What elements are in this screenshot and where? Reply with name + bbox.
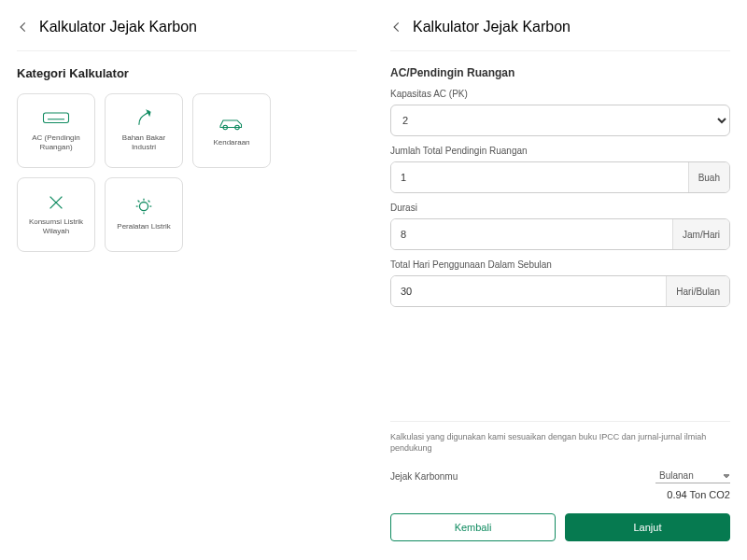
field-qty: Jumlah Total Pendingin Ruangan Buah — [390, 146, 730, 193]
lightbulb-icon — [130, 198, 158, 217]
header: Kalkulator Jejak Karbon — [390, 19, 730, 35]
calculation-note: Kalkulasi yang digunakan kami sesuaikan … — [390, 421, 730, 455]
card-electricity[interactable]: Konsumsi Listrik Wilayah — [17, 177, 95, 252]
card-appliance[interactable]: Peralatan Listrik — [105, 177, 183, 252]
card-vehicle[interactable]: Kendaraan — [192, 93, 271, 168]
field-duration: Durasi Jam/Hari — [390, 203, 730, 250]
svg-rect-0 — [44, 113, 69, 123]
page-title: Kalkulator Jejak Karbon — [39, 19, 197, 35]
unit-label: Buah — [688, 162, 729, 192]
field-label: Durasi — [390, 203, 730, 213]
button-row: Kembali Lanjut — [390, 513, 730, 541]
back-arrow-icon[interactable] — [17, 21, 30, 34]
category-panel: Kalkulator Jejak Karbon Kategori Kalkula… — [0, 0, 374, 560]
card-label: Kendaraan — [213, 138, 249, 147]
field-label: Total Hari Penggunaan Dalam Sebulan — [390, 259, 730, 270]
form-subtitle: AC/Pendingin Ruangan — [390, 66, 730, 79]
bottom-section: Kalkulasi yang digunakan kami sesuaikan … — [390, 412, 730, 541]
divider — [390, 50, 730, 51]
back-arrow-icon[interactable] — [390, 21, 403, 34]
car-icon — [218, 114, 246, 133]
field-label: Jumlah Total Pendingin Ruangan — [390, 146, 730, 156]
capacity-select[interactable]: 2 — [390, 105, 730, 136]
card-ac[interactable]: AC (Pendingin Ruangan) — [17, 93, 95, 168]
form-panel: Kalkulator Jejak Karbon AC/Pendingin Rua… — [374, 0, 747, 560]
card-fuel[interactable]: Bahan Bakar Industri — [105, 93, 183, 168]
result-row: Jejak Karbonmu Bulanan 0.94 Ton CO2 — [390, 466, 730, 500]
section-title: Kategori Kalkulator — [17, 66, 357, 80]
card-label: Bahan Bakar Industri — [111, 133, 176, 151]
field-capacity: Kapasitas AC (PK) 2 — [390, 89, 730, 136]
header: Kalkulator Jejak Karbon — [17, 19, 357, 35]
back-button[interactable]: Kembali — [390, 513, 556, 541]
page-title: Kalkulator Jejak Karbon — [413, 19, 571, 35]
category-grid: AC (Pendingin Ruangan) Bahan Bakar Indus… — [17, 93, 357, 252]
svg-point-6 — [139, 203, 148, 211]
field-label: Kapasitas AC (PK) — [390, 89, 730, 99]
unit-label: Hari/Bulan — [666, 276, 729, 306]
card-label: AC (Pendingin Ruangan) — [23, 133, 89, 151]
next-button[interactable]: Lanjut — [565, 513, 730, 541]
result-label: Jejak Karbonmu — [390, 466, 458, 482]
result-value: 0.94 Ton CO2 — [655, 489, 730, 500]
card-label: Konsumsi Listrik Wilayah — [23, 217, 89, 235]
fuel-pump-icon — [130, 109, 158, 128]
field-days: Total Hari Penggunaan Dalam Sebulan Hari… — [390, 259, 730, 307]
svg-line-12 — [148, 201, 150, 203]
utensils-icon — [42, 193, 70, 212]
unit-label: Jam/Hari — [672, 219, 729, 249]
divider — [17, 50, 357, 51]
card-label: Peralatan Listrik — [117, 222, 170, 231]
duration-input[interactable] — [391, 219, 672, 249]
svg-line-11 — [138, 201, 140, 203]
qty-input[interactable] — [391, 162, 688, 192]
ac-icon — [42, 109, 70, 128]
period-select[interactable]: Bulanan — [655, 469, 730, 483]
days-input[interactable] — [391, 276, 666, 306]
